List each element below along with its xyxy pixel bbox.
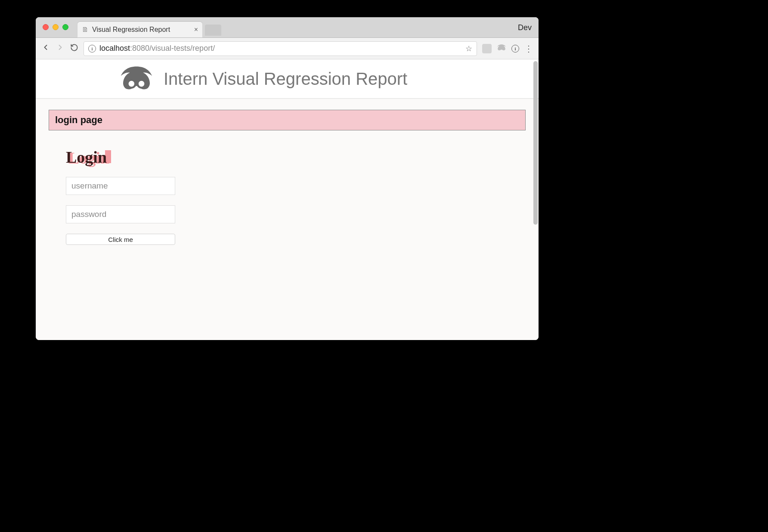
window-controls: [43, 24, 68, 30]
username-placeholder: username: [71, 181, 108, 191]
intern-logo-icon: [120, 65, 153, 92]
site-info-icon[interactable]: i: [88, 45, 96, 53]
reload-button[interactable]: [70, 43, 78, 54]
test-result-banner: login page: [49, 110, 526, 130]
back-button[interactable]: [41, 43, 50, 54]
tab-close-icon[interactable]: ×: [194, 26, 198, 33]
extension-icons: i ⋮: [482, 43, 533, 54]
report-header: Intern Visual Regression Report: [36, 59, 539, 99]
page-title: Intern Visual Regression Report: [164, 69, 407, 89]
tab-strip: 🗎 Visual Regression Report × Dev: [36, 17, 539, 38]
new-tab-button[interactable]: [205, 25, 221, 36]
page-content: Intern Visual Regression Report login pa…: [36, 59, 539, 340]
bookmark-star-icon[interactable]: ☆: [465, 44, 472, 53]
password-placeholder: password: [71, 210, 106, 219]
submit-button-label: Click me: [108, 236, 133, 243]
password-input[interactable]: password: [66, 205, 175, 223]
window-zoom-button[interactable]: [62, 24, 68, 30]
test-name-label: login page: [55, 114, 102, 125]
tab-title: Visual Regression Report: [92, 26, 170, 34]
diff-heading: Login: [66, 148, 107, 166]
extension-icon-owl[interactable]: [497, 44, 506, 53]
svg-rect-5: [134, 83, 138, 85]
file-icon: 🗎: [82, 26, 89, 34]
extension-icon-info[interactable]: i: [511, 45, 519, 53]
diff-heading-overlay: Login Login: [66, 148, 107, 167]
browser-window: 🗎 Visual Regression Report × Dev i local…: [36, 17, 539, 340]
window-close-button[interactable]: [43, 24, 49, 30]
username-input[interactable]: username: [66, 177, 175, 195]
url-text: localhost:8080/visual-tests/report/: [99, 44, 215, 53]
window-minimize-button[interactable]: [53, 24, 59, 30]
address-bar[interactable]: i localhost:8080/visual-tests/report/ ☆: [84, 41, 477, 56]
vertical-scrollbar[interactable]: [533, 61, 538, 225]
browser-menu-button[interactable]: ⋮: [524, 43, 533, 54]
browser-toolbar: i localhost:8080/visual-tests/report/ ☆ …: [36, 38, 539, 59]
dev-profile-label: Dev: [518, 23, 532, 32]
test-body: Login Login username password Click me: [49, 143, 526, 258]
extension-icon-react[interactable]: [482, 44, 492, 53]
submit-button[interactable]: Click me: [66, 234, 175, 245]
browser-tab-active[interactable]: 🗎 Visual Regression Report ×: [77, 22, 202, 37]
forward-button[interactable]: [56, 43, 65, 54]
